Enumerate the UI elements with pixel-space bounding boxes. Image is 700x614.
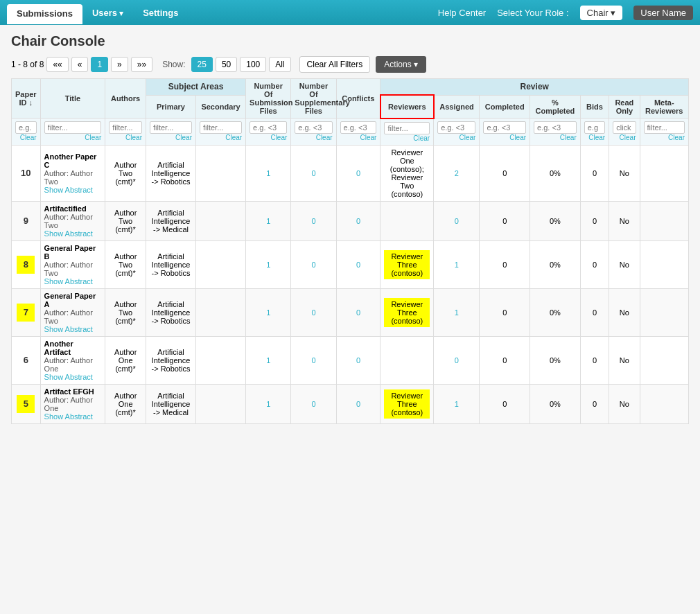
filter-supplementary-files[interactable] xyxy=(295,121,332,134)
filter-bids[interactable] xyxy=(584,121,605,134)
filter-primary[interactable] xyxy=(150,121,192,134)
clear-read-only[interactable]: Clear xyxy=(613,134,636,141)
prev-page-button[interactable]: « xyxy=(71,57,89,72)
supplementary-files-link[interactable]: 0 xyxy=(311,356,315,365)
supplementary-files-link[interactable]: 0 xyxy=(311,261,315,269)
filter-submission-files[interactable] xyxy=(250,121,287,134)
col-header-completed[interactable]: Completed xyxy=(480,95,530,118)
paper-id-value: 9 xyxy=(24,216,28,226)
col-header-reviewers[interactable]: Reviewers xyxy=(380,95,434,118)
col-header-meta-reviewers[interactable]: Meta-Reviewers xyxy=(640,95,688,118)
nav-tab-users[interactable]: Users xyxy=(82,2,133,24)
filter-read-only[interactable] xyxy=(613,121,636,134)
submission-files-link[interactable]: 1 xyxy=(266,217,270,225)
current-page-button[interactable]: 1 xyxy=(91,57,108,72)
nav-tab-settings[interactable]: Settings xyxy=(133,2,188,24)
first-page-button[interactable]: «« xyxy=(46,57,68,72)
show-abstract-link[interactable]: Show Abstract xyxy=(44,277,93,286)
submission-files-link[interactable]: 1 xyxy=(266,400,270,408)
clear-title[interactable]: Clear xyxy=(44,134,102,141)
page-size-50[interactable]: 50 xyxy=(216,57,237,72)
clear-conflicts[interactable]: Clear xyxy=(340,134,377,141)
clear-primary[interactable]: Clear xyxy=(150,134,192,141)
clear-assigned[interactable]: Clear xyxy=(437,134,475,141)
col-header-pct-completed[interactable]: % Completed xyxy=(530,95,581,118)
actions-button[interactable]: Actions xyxy=(376,56,426,73)
col-header-title[interactable]: Title xyxy=(40,79,105,119)
help-center-link[interactable]: Help Center xyxy=(438,8,486,18)
conflicts-cell: 0 xyxy=(336,240,380,288)
filter-completed[interactable] xyxy=(483,121,526,134)
conflicts-link[interactable]: 0 xyxy=(356,169,360,177)
show-abstract-link[interactable]: Show Abstract xyxy=(44,229,93,238)
assigned-link[interactable]: 1 xyxy=(455,261,459,269)
clear-bids[interactable]: Clear xyxy=(584,134,605,141)
supplementary-files-link[interactable]: 0 xyxy=(311,308,315,317)
col-group-review: Review xyxy=(380,79,689,96)
page-size-100[interactable]: 100 xyxy=(240,57,266,72)
filter-meta-reviewers[interactable] xyxy=(644,121,685,134)
reviewer-highlight: Reviewer Three (contoso) xyxy=(384,389,430,419)
col-header-submission-files[interactable]: Number Of Submission Files xyxy=(246,79,291,119)
show-abstract-link[interactable]: Show Abstract xyxy=(44,325,93,333)
col-header-primary[interactable]: Primary xyxy=(146,95,196,118)
conflicts-link[interactable]: 0 xyxy=(356,261,360,269)
conflicts-link[interactable]: 0 xyxy=(356,308,360,317)
clear-all-filters-button[interactable]: Clear All Filters xyxy=(299,56,371,73)
last-page-button[interactable]: »» xyxy=(131,57,152,72)
clear-meta-reviewers[interactable]: Clear xyxy=(644,134,685,141)
filter-conflicts[interactable] xyxy=(340,121,377,134)
clear-supplementary-files[interactable]: Clear xyxy=(295,134,332,141)
col-header-paper-id[interactable]: PaperID ↓ xyxy=(12,79,41,119)
reviewers-cell: Reviewer Three (contoso) xyxy=(380,384,434,423)
role-select[interactable]: Chair ▾ xyxy=(580,6,623,20)
paper-author: Author: Author One xyxy=(44,396,93,412)
conflicts-link[interactable]: 0 xyxy=(356,217,360,225)
clear-pct-completed[interactable]: Clear xyxy=(534,134,577,141)
submission-files-cell: 1 xyxy=(246,336,291,384)
clear-completed[interactable]: Clear xyxy=(483,134,526,141)
submission-files-cell: 1 xyxy=(246,240,291,288)
col-header-supplementary-files[interactable]: Number Of Supplementary Files xyxy=(291,79,336,119)
clear-paper-id[interactable]: Clear xyxy=(15,134,37,141)
assigned-link[interactable]: 0 xyxy=(455,217,459,225)
filter-pct-completed[interactable] xyxy=(534,121,577,134)
col-header-secondary[interactable]: Secondary xyxy=(195,95,245,118)
submission-files-link[interactable]: 1 xyxy=(266,308,270,317)
filter-authors[interactable] xyxy=(109,121,142,134)
assigned-link[interactable]: 2 xyxy=(455,169,459,177)
col-header-conflicts[interactable]: Conflicts xyxy=(336,79,380,119)
conflicts-link[interactable]: 0 xyxy=(356,400,360,408)
filter-reviewers[interactable] xyxy=(384,122,430,134)
supplementary-files-link[interactable]: 0 xyxy=(311,169,315,177)
show-abstract-link[interactable]: Show Abstract xyxy=(44,412,93,421)
col-header-assigned[interactable]: Assigned xyxy=(434,95,480,118)
col-header-bids[interactable]: Bids xyxy=(580,95,609,118)
clear-authors[interactable]: Clear xyxy=(109,134,142,141)
filter-title[interactable] xyxy=(44,121,102,134)
clear-secondary[interactable]: Clear xyxy=(200,134,242,141)
filter-paper-id[interactable] xyxy=(15,121,37,134)
col-header-read-only[interactable]: Read Only xyxy=(609,95,640,118)
supplementary-files-link[interactable]: 0 xyxy=(311,400,315,408)
submission-files-link[interactable]: 1 xyxy=(266,356,270,365)
submission-files-link[interactable]: 1 xyxy=(266,169,270,177)
page-size-25[interactable]: 25 xyxy=(191,57,213,72)
secondary-cell xyxy=(195,288,245,336)
assigned-link[interactable]: 0 xyxy=(455,356,459,365)
nav-tab-submissions[interactable]: Submissions xyxy=(7,4,82,24)
next-page-button[interactable]: » xyxy=(111,57,128,72)
conflicts-link[interactable]: 0 xyxy=(356,356,360,365)
filter-secondary[interactable] xyxy=(200,121,242,134)
page-size-all[interactable]: All xyxy=(269,57,290,72)
clear-submission-files[interactable]: Clear xyxy=(250,134,287,141)
show-abstract-link[interactable]: Show Abstract xyxy=(44,373,93,381)
col-header-authors[interactable]: Authors xyxy=(105,79,146,119)
submission-files-link[interactable]: 1 xyxy=(266,261,270,269)
assigned-link[interactable]: 1 xyxy=(455,308,459,317)
supplementary-files-link[interactable]: 0 xyxy=(311,217,315,225)
show-abstract-link[interactable]: Show Abstract xyxy=(44,186,93,194)
clear-reviewers[interactable]: Clear xyxy=(384,134,430,142)
filter-assigned[interactable] xyxy=(437,121,475,134)
assigned-link[interactable]: 1 xyxy=(455,400,459,408)
